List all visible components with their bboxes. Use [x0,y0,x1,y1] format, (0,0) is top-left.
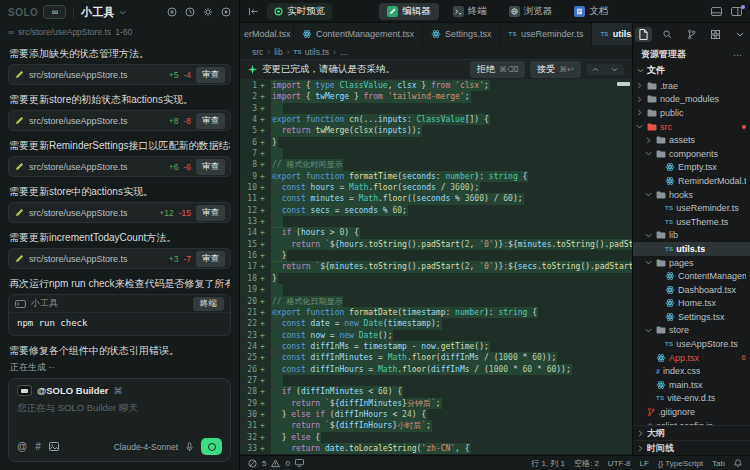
tree-item[interactable]: .gitignore [633,405,750,419]
code-editor[interactable]: 1+import { type ClassValue, clsx } from … [240,80,632,455]
cursor-position[interactable]: 行 1, 列 1 [531,458,565,469]
file-change-card[interactable]: src/store/useAppStore.ts+6-6审查 [8,156,231,177]
mic-icon[interactable] [186,442,193,452]
language-mode[interactable]: {} TypeScript [658,459,703,468]
profile-icon[interactable] [221,7,231,17]
tree-item[interactable]: App.tsx6 [633,351,750,365]
tree-item[interactable]: TSuseTheme.ts [633,215,750,229]
tree-item[interactable]: TSvite-env.d.ts [633,392,750,406]
chevron-down-icon[interactable] [644,260,653,265]
chevron-right-icon[interactable] [644,137,653,144]
reject-button[interactable]: 拒绝⌘⌫ [470,61,525,78]
history-icon[interactable] [185,7,195,17]
files-icon[interactable] [635,27,652,42]
live-preview-button[interactable]: 实时预览 [267,3,332,20]
agent-name[interactable]: @SOLO Builder [37,385,109,396]
files-section-header[interactable]: 文件 [633,62,750,79]
review-button[interactable]: 审查 [196,67,225,83]
chat-history[interactable]: ∞src/store/useAppStore.ts1-60需要添加缺失的状态管理… [0,24,239,358]
editor-tab[interactable]: ContentManagement.tsx [294,23,423,45]
bell-icon[interactable] [734,459,742,467]
outline-section[interactable]: 大纲 [633,425,750,440]
tree-item[interactable]: store [633,324,750,338]
breadcrumb-item[interactable]: lib [274,47,283,57]
file-tree[interactable]: .traenode_modulespublicsrcassetscomponen… [633,79,750,425]
context-hash-icon[interactable]: # [35,442,41,452]
errors-icon[interactable] [248,459,257,468]
chevron-right-icon[interactable] [635,96,644,103]
send-button[interactable] [201,438,222,455]
workspace-name[interactable]: 小工具 [81,5,114,20]
panel-right-icon[interactable] [731,7,742,16]
extensions-icon[interactable] [707,27,724,42]
terminal-card[interactable]: 小工具终端npm run check [8,294,231,336]
terminal-open-button[interactable]: 终端 [193,297,224,311]
chevron-down-icon[interactable] [644,233,653,238]
tree-item[interactable]: TSuseAppStore.ts [633,337,750,351]
chevron-down-icon[interactable] [644,328,653,333]
review-button[interactable]: 审查 [196,159,225,175]
tree-item[interactable]: Dashboard.tsx [633,283,750,297]
review-button[interactable]: 审查 [196,113,225,129]
file-change-card[interactable]: src/store/useAppStore.ts+8-8审查 [8,110,231,131]
chevron-down-icon[interactable] [644,192,653,197]
chevron-down-icon[interactable] [119,10,126,15]
tree-item[interactable]: ReminderModal.tsx [633,174,750,188]
tree-item[interactable]: .trae [633,79,750,93]
chevron-down-icon[interactable] [731,27,748,42]
file-change-card[interactable]: src/store/useAppStore.ts+3-7审查 [8,248,231,269]
warnings-icon[interactable] [271,459,280,468]
encoding[interactable]: UTF-8 [608,459,631,468]
tree-item[interactable]: assets [633,133,750,147]
breadcrumb[interactable]: src›lib›TSutils.ts›… [240,45,632,59]
panel-bottom-icon[interactable] [711,7,722,16]
error-count[interactable]: 5 [262,459,266,468]
tree-item[interactable]: Home.tsx [633,297,750,311]
chat-composer[interactable]: @SOLO Builder ⌘ 您正在与 SOLO Builder 聊天 @ #… [8,378,231,462]
editor-tab[interactable]: erModal.tsx [240,23,294,45]
tree-item[interactable]: TSuseReminder.ts [633,201,750,215]
tree-item[interactable]: node_modules [633,93,750,107]
mode-tab-browser[interactable]: 浏览器 [501,3,561,20]
new-chat-icon[interactable] [167,7,177,17]
file-change-card[interactable]: src/store/useAppStore.ts+12-15审查 [8,202,231,223]
tree-item[interactable]: ContentManagement.t... [633,269,750,283]
chevron-down-icon[interactable] [635,124,644,129]
tree-item[interactable]: components [633,147,750,161]
tree-item[interactable]: hooks [633,188,750,202]
settings-gear-icon[interactable] [203,7,213,17]
accept-button[interactable]: 接受⌘↩ [530,61,581,78]
tree-item[interactable]: src [633,120,750,134]
search-icon[interactable] [659,27,676,42]
scrollbar-thumb[interactable] [617,82,630,86]
more-actions-icon[interactable]: ⋯ [733,50,742,60]
chat-input[interactable]: 您正在与 SOLO Builder 聊天 [17,402,222,438]
tree-item[interactable]: TSutils.ts [633,242,750,256]
tree-item[interactable]: Settings.tsx [633,310,750,324]
next-change-icon[interactable] [605,64,624,75]
mode-tab-editor[interactable]: 编辑器 [379,3,439,20]
chevron-right-icon[interactable] [635,82,644,89]
tab-mode[interactable]: Tab [712,459,725,468]
tree-item[interactable]: public [633,106,750,120]
mode-tab-terminal[interactable]: 终端 [445,3,495,20]
editor-tab[interactable]: Settings.tsx [423,23,501,45]
indentation[interactable]: 空格: 2 [574,458,599,469]
solo-builder-toggle[interactable]: ∞ [43,5,66,19]
context-reference[interactable]: ∞src/store/useAppStore.ts1-60 [8,25,231,39]
breadcrumb-item[interactable]: … [340,47,349,57]
tree-item[interactable]: #index.css [633,364,750,378]
image-icon[interactable] [49,442,59,451]
mode-tab-docs[interactable]: 文档 [566,3,616,20]
mention-icon[interactable]: @ [17,442,27,452]
chevron-right-icon[interactable] [635,109,644,116]
chevron-down-icon[interactable] [644,151,653,156]
breadcrumb-item[interactable]: src [252,47,263,57]
source-control-icon[interactable] [683,27,700,42]
warning-count[interactable]: 0 [285,459,289,468]
model-selector[interactable]: Claude-4-Sonnet [114,442,178,452]
breadcrumb-item[interactable]: TSutils.ts [294,47,329,57]
timeline-section[interactable]: 时间线 [633,440,750,455]
tree-item[interactable]: pages [633,256,750,270]
tree-item[interactable]: Empty.tsx [633,161,750,175]
